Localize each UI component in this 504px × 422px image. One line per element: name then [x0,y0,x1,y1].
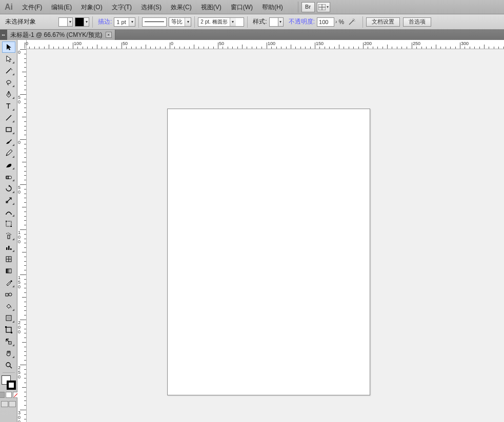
opacity-input[interactable]: 100 [317,17,334,27]
stroke-panel-link[interactable]: 描边: [96,17,114,26]
menu-item[interactable]: 编辑(E) [47,0,76,14]
menu-item[interactable]: 效果(C) [166,0,196,14]
line-tool[interactable] [2,112,15,123]
svg-point-20 [6,233,7,234]
menu-item[interactable]: 视图(V) [196,0,226,14]
selection-tool[interactable] [2,41,15,53]
document-tab-title: 未标题-1 @ 66.67% (CMYK/预览) [10,31,103,39]
svg-text:T: T [6,102,11,110]
svg-line-40 [10,366,12,368]
svg-point-32 [9,293,12,296]
blob-brush-tool[interactable] [2,159,15,171]
svg-rect-34 [7,316,10,320]
menu-item[interactable]: 文字(T) [107,0,136,14]
scale-combo[interactable]: 等比▾ [169,17,191,27]
svg-point-21 [8,233,9,234]
menu-bar: Ai 文件(F)编辑(E)对象(O)文字(T)选择(S)效果(C)视图(V)窗口… [0,0,504,14]
svg-rect-25 [8,246,10,250]
menu-item[interactable]: 文件(F) [17,0,47,14]
type-tool[interactable]: T [2,100,15,112]
menu-item[interactable]: 选择(S) [136,0,166,14]
svg-rect-36 [5,326,7,328]
percent-label: % [338,18,344,26]
slice-tool[interactable] [2,336,15,347]
brush-definition-combo[interactable]: 2 pt. 椭圆形▾ [198,17,244,27]
magic-wand-tool[interactable] [2,65,15,76]
document-tab-bar: ▸▸ 未标题-1 @ 66.67% (CMYK/预览) × [0,30,504,40]
tools-panel: T [0,40,17,422]
rotate-tool[interactable] [2,183,15,194]
color-mode-row[interactable] [0,392,19,398]
free-transform-tool[interactable] [2,218,15,229]
column-graph-tool[interactable] [2,242,15,253]
blend-tool[interactable] [2,289,15,300]
svg-rect-31 [6,293,8,296]
hand-tool[interactable] [2,348,15,359]
svg-rect-37 [11,332,12,333]
svg-point-39 [6,363,10,367]
live-paint-bucket-tool[interactable] [2,301,15,312]
svg-rect-17 [6,221,7,222]
recolor-artwork-icon[interactable] [347,17,356,27]
svg-rect-12 [6,176,9,179]
bridge-button[interactable]: Br [301,2,315,12]
arrange-documents-button[interactable]: ▾ [317,2,330,12]
variable-width-profile[interactable] [142,17,167,27]
svg-rect-35 [6,327,11,332]
svg-rect-18 [11,226,12,227]
scale-tool[interactable] [2,195,15,206]
menu-item[interactable]: 对象(O) [76,0,107,14]
stroke-swatch[interactable]: ▾ [75,17,89,27]
lasso-tool[interactable] [2,77,15,88]
eraser-tool[interactable] [2,171,15,182]
svg-rect-30 [6,269,11,273]
panel-toggle-icon[interactable]: ▸▸ [0,30,7,40]
menu-item[interactable]: 窗口(W) [226,0,257,14]
paintbrush-tool[interactable] [2,136,15,147]
live-paint-selection-tool[interactable] [2,312,15,324]
divider [298,2,298,13]
svg-point-7 [11,69,12,70]
graphic-style-swatch[interactable]: ▾ [269,17,284,27]
document-setup-button[interactable]: 文档设置 [366,17,400,27]
work-area: T 05 005 01 0 01 5 02 0 02 5 03 0 0 [0,40,504,422]
direct-selection-tool[interactable] [2,53,15,65]
menu-item[interactable]: 帮助(H) [257,0,288,14]
mesh-tool[interactable] [2,254,15,265]
opacity-panel-link[interactable]: 不透明度: [287,17,317,26]
gradient-tool[interactable] [2,265,15,277]
svg-line-9 [6,115,11,120]
vertical-ruler: 05 005 01 0 01 5 02 0 02 5 03 0 0 [17,40,27,422]
pen-tool[interactable] [2,89,15,100]
opacity-stepper[interactable]: › [335,19,337,25]
artboard-tool[interactable] [2,324,15,335]
eyedropper-tool[interactable] [2,277,15,288]
canvas-wrap [27,40,504,422]
close-icon[interactable]: × [106,32,112,38]
svg-point-23 [10,234,11,235]
control-bar: 未选择对象 ▾ ▾ 描边: 1 pt▾ 等比▾ 2 pt. 椭圆形▾ 样式: ▾… [0,14,504,30]
selection-status-label: 未选择对象 [3,17,38,26]
preferences-button[interactable]: 首选项 [403,17,431,27]
document-tab[interactable]: 未标题-1 @ 66.67% (CMYK/预览) × [7,30,115,40]
canvas-stage[interactable] [27,49,504,422]
symbol-sprayer-tool[interactable] [2,230,15,241]
rectangle-tool[interactable] [2,124,15,135]
svg-point-3 [354,19,355,20]
stroke-weight-combo[interactable]: 1 pt▾ [114,17,135,27]
svg-point-14 [6,214,7,215]
fill-swatch[interactable]: ▾ [58,17,73,27]
svg-rect-10 [6,128,11,132]
app-icon: Ai [0,0,17,14]
svg-point-6 [10,68,11,69]
svg-point-15 [11,214,12,215]
svg-point-22 [9,233,10,234]
pencil-tool[interactable] [2,147,15,159]
svg-rect-24 [6,247,8,250]
fill-stroke-control[interactable] [2,375,16,390]
svg-point-5 [353,18,354,19]
horizontal-ruler [27,40,504,49]
screen-mode-row[interactable] [1,401,16,407]
zoom-tool[interactable] [2,360,15,371]
warp-tool[interactable] [2,206,15,218]
